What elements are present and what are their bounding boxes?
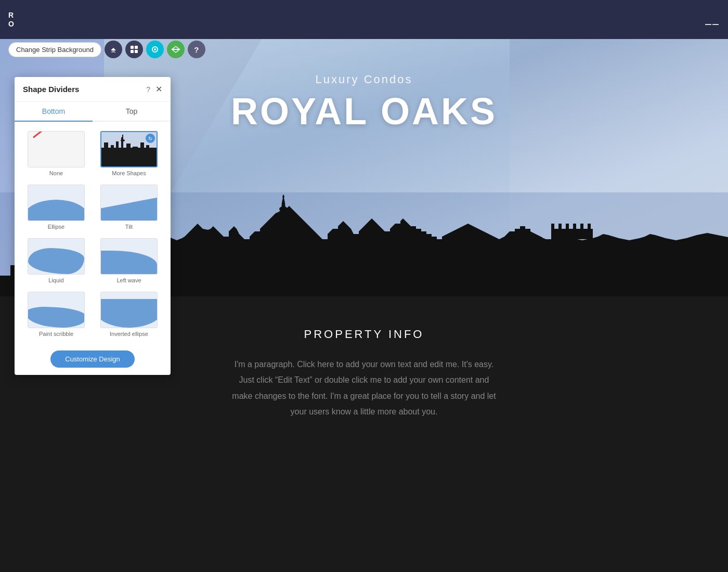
top-bar: R O ⎯⎯	[0, 0, 728, 39]
svg-rect-9	[551, 224, 554, 239]
shape-liquid-label: Liquid	[48, 277, 63, 283]
panel-help-icon[interactable]: ?	[146, 85, 150, 94]
hero-text: Luxury Condos ROYAL OAKS	[182, 73, 546, 130]
logo: R O	[8, 11, 14, 29]
shape-liquid[interactable]: Liquid	[20, 234, 93, 288]
shape-inverted-ellipse[interactable]: Inverted ellipse	[93, 288, 165, 341]
panel-header-icons: ? ✕	[146, 84, 162, 94]
shape-none[interactable]: None	[20, 127, 93, 180]
svg-rect-27	[151, 148, 155, 158]
toolbar: Change Strip Background ?	[8, 41, 205, 58]
hero-title: ROYAL OAKS	[182, 93, 546, 130]
crop-button[interactable]	[146, 41, 164, 58]
shape-paintscribble-label: Paint scribble	[39, 331, 73, 337]
svg-rect-8	[551, 229, 593, 239]
flip-icon	[172, 46, 180, 53]
chevron-up-icon	[109, 45, 118, 54]
shape-invertedellipse-preview	[100, 292, 158, 328]
shape-liquid-preview	[28, 238, 85, 275]
shape-dividers-panel: Shape Dividers ? ✕ Bottom Top None	[15, 77, 171, 375]
shape-more-shapes[interactable]: ↻ More Shapes	[93, 127, 165, 180]
change-strip-bg-button[interactable]: Change Strip Background	[8, 42, 101, 57]
shape-invertedellipse-label: Inverted ellipse	[110, 331, 148, 337]
shape-more-shapes-label: More Shapes	[112, 170, 146, 176]
shape-ellipse-label: Ellipse	[48, 224, 64, 230]
tab-top[interactable]: Top	[93, 102, 171, 121]
svg-rect-13	[580, 224, 583, 239]
shape-ellipse[interactable]: Ellipse	[20, 180, 93, 234]
tab-bottom[interactable]: Bottom	[15, 102, 93, 122]
panel-close-icon[interactable]: ✕	[155, 84, 162, 94]
help-button[interactable]: ?	[188, 41, 205, 58]
section-title: PROPERTY INFO	[304, 328, 424, 341]
svg-rect-23	[126, 144, 131, 158]
svg-rect-18	[111, 145, 114, 158]
section-body: I'm a paragraph. Click here to add your …	[229, 357, 499, 420]
shape-none-preview	[28, 131, 85, 167]
svg-rect-25	[140, 142, 144, 158]
svg-point-22	[121, 139, 125, 141]
panel-title: Shape Dividers	[23, 85, 146, 94]
svg-rect-1	[135, 46, 138, 49]
shape-leftwave-preview	[100, 238, 158, 275]
svg-point-5	[154, 48, 156, 50]
customize-design-button[interactable]: Customize Design	[50, 350, 135, 368]
svg-rect-12	[573, 224, 576, 239]
svg-rect-17	[104, 142, 108, 158]
svg-rect-3	[135, 50, 138, 53]
shape-paintscribble-preview	[28, 292, 85, 328]
shape-tilt[interactable]: Tilt	[93, 180, 165, 234]
svg-rect-10	[558, 224, 562, 239]
shape-tilt-preview	[100, 185, 158, 221]
panel-tabs: Bottom Top	[15, 102, 171, 122]
layout-icon	[130, 45, 138, 54]
panel-header: Shape Dividers ? ✕	[15, 77, 171, 102]
refresh-badge: ↻	[146, 134, 155, 143]
hero-subtitle: Luxury Condos	[182, 73, 546, 86]
svg-rect-26	[146, 145, 149, 158]
move-up-button[interactable]	[105, 41, 122, 58]
shape-paint-scribble[interactable]: Paint scribble	[20, 288, 93, 341]
svg-rect-11	[566, 224, 569, 239]
shape-left-wave[interactable]: Left wave	[93, 234, 165, 288]
svg-point-7	[279, 206, 288, 212]
shape-grid: None	[15, 122, 171, 346]
hamburger-menu[interactable]: ⎯⎯	[705, 14, 720, 25]
help-icon: ?	[194, 45, 199, 54]
shape-ellipse-preview	[28, 185, 85, 221]
svg-rect-14	[588, 224, 591, 239]
shape-tilt-label: Tilt	[125, 224, 133, 230]
shape-none-label: None	[49, 170, 63, 176]
svg-rect-2	[131, 50, 134, 53]
svg-rect-19	[116, 141, 119, 158]
layout-button[interactable]	[125, 41, 143, 58]
crop-icon	[151, 45, 159, 54]
svg-rect-24	[133, 147, 138, 158]
shape-leftwave-label: Left wave	[116, 277, 141, 283]
shape-more-shapes-preview: ↻	[100, 131, 158, 167]
svg-rect-0	[131, 46, 134, 49]
flip-button[interactable]	[167, 41, 185, 58]
